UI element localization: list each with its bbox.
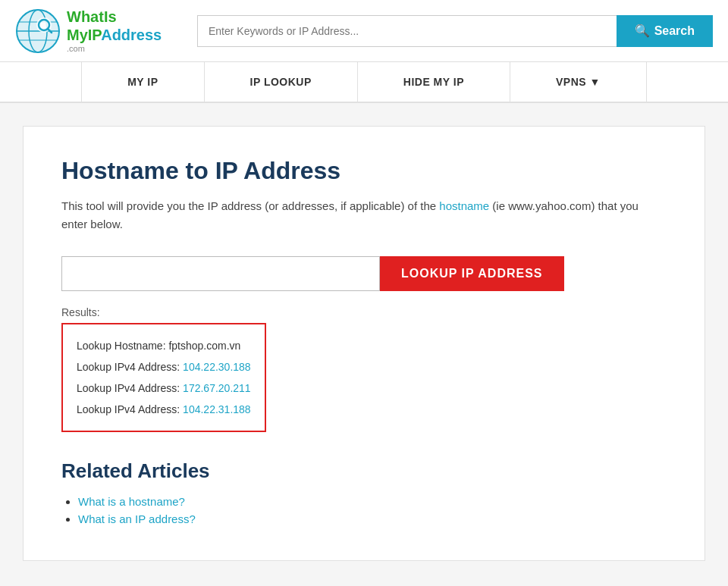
page-title: Hostname to IP Address	[61, 157, 667, 185]
related-articles-list: What is a hostname? What is an IP addres…	[61, 495, 667, 525]
related-articles-title: Related Articles	[61, 459, 667, 483]
nav-hide-my-ip[interactable]: HIDE MY IP	[358, 62, 510, 102]
search-input[interactable]	[197, 15, 617, 47]
description: This tool will provide you the IP addres…	[61, 197, 667, 233]
result-hostname: Lookup Hostname: fptshop.com.vn	[77, 335, 251, 356]
lookup-form: LOOKUP IP ADDRESS	[61, 256, 667, 291]
search-button-label: Search	[654, 24, 695, 38]
results-label: Results:	[61, 306, 667, 318]
lookup-button[interactable]: LOOKUP IP ADDRESS	[380, 256, 564, 291]
nav-ip-lookup[interactable]: IP LOOKUP	[205, 62, 358, 102]
list-item: What is a hostname?	[78, 495, 667, 508]
search-area: 🔍 Search	[197, 15, 713, 47]
search-icon: 🔍	[635, 24, 650, 38]
related-link-ip-address[interactable]: What is an IP address?	[78, 512, 196, 525]
result-ipv4-3: Lookup IPv4 Address: 104.22.31.188	[77, 399, 251, 420]
logo-text: WhatIs MyIPAddress .com	[67, 8, 162, 54]
nav-my-ip[interactable]: MY IP	[81, 62, 204, 102]
logo: WhatIs MyIPAddress .com	[15, 8, 182, 54]
main-nav: MY IP IP LOOKUP HIDE MY IP VPNS ▼	[0, 62, 728, 103]
result-ipv4-2: Lookup IPv4 Address: 172.67.20.211	[77, 378, 251, 399]
hostname-input[interactable]	[61, 256, 380, 291]
list-item: What is an IP address?	[78, 512, 667, 525]
lookup-button-label: LOOKUP IP ADDRESS	[401, 267, 543, 280]
ip-link-3[interactable]: 104.22.31.188	[183, 403, 251, 415]
globe-icon	[15, 8, 61, 54]
ip-link-1[interactable]: 104.22.30.188	[183, 361, 251, 373]
results-box: Lookup Hostname: fptshop.com.vn Lookup I…	[61, 323, 266, 432]
ip-link-2[interactable]: 172.67.20.211	[183, 382, 251, 394]
related-link-hostname[interactable]: What is a hostname?	[78, 495, 185, 508]
nav-vpns[interactable]: VPNS ▼	[510, 62, 647, 102]
main-content: Hostname to IP Address This tool will pr…	[23, 126, 705, 561]
header: WhatIs MyIPAddress .com 🔍 Search	[0, 0, 728, 62]
result-ipv4-1: Lookup IPv4 Address: 104.22.30.188	[77, 356, 251, 378]
hostname-link[interactable]: hostname	[439, 199, 489, 212]
search-button[interactable]: 🔍 Search	[617, 15, 713, 47]
